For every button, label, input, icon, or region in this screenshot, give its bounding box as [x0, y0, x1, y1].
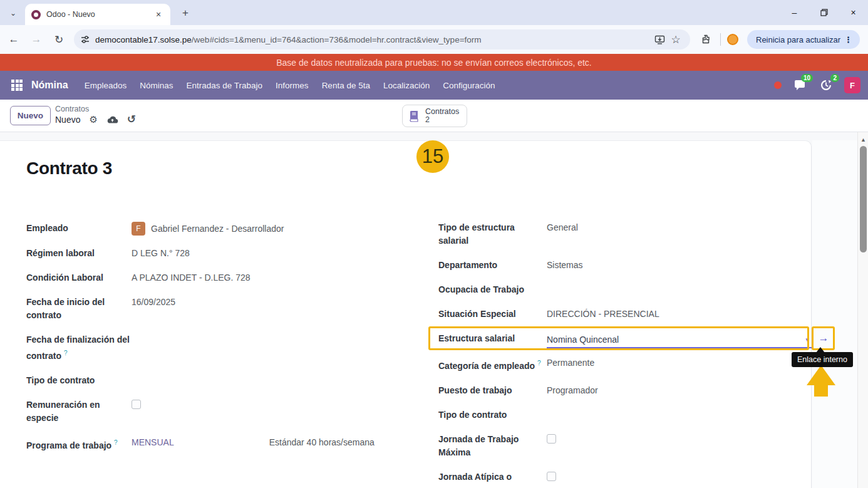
- field-value[interactable]: Permanente: [547, 356, 594, 370]
- gear-icon[interactable]: ⚙: [89, 115, 97, 124]
- forward-icon[interactable]: →: [28, 31, 45, 48]
- field-label: Categoría de empleado: [438, 361, 535, 371]
- breadcrumb: Contratos Nuevo ⚙ ↺: [55, 105, 136, 125]
- messages-button[interactable]: 10: [792, 77, 808, 93]
- field-fecha-finalizacion: Fecha de finalización del contrato ?: [26, 333, 415, 363]
- stat-button-label: Contratos: [425, 108, 459, 116]
- field-label: Tipo de contrato: [26, 374, 132, 387]
- user-avatar[interactable]: F: [844, 77, 860, 93]
- navbar-right: 10 2 F: [774, 77, 860, 93]
- contracts-stat-button[interactable]: Contratos 2: [402, 105, 467, 127]
- discard-icon[interactable]: ↺: [127, 114, 136, 125]
- form-view: Contrato 3 Empleado F Gabriel Fernandez …: [0, 132, 868, 488]
- field-label: Régimen laboral: [26, 247, 132, 260]
- banner-text: Base de datos neutralizada para pruebas:…: [276, 58, 592, 68]
- highlight-box-field: [428, 326, 809, 350]
- install-app-icon[interactable]: [651, 31, 668, 48]
- vertical-scrollbar[interactable]: ▲ ▼: [857, 132, 868, 488]
- field-fecha-inicio: Fecha de inicio del contrato 16/09/2025: [26, 296, 415, 322]
- nav-item-localizacion[interactable]: Localización: [383, 81, 430, 90]
- field-label: Jornada de Trabajo Máxima: [438, 433, 547, 459]
- browser-toolbar: ← → ↻ democontable17.solse.pe/web#cids=1…: [0, 25, 868, 54]
- nav-item-nominas[interactable]: Nóminas: [140, 81, 173, 90]
- field-puesto-trabajo: Puesto de trabajo Programador: [438, 384, 812, 397]
- nav-menu: Empleados Nóminas Entradas de Trabajo In…: [85, 81, 495, 90]
- messages-badge: 10: [801, 74, 813, 82]
- back-icon[interactable]: ←: [5, 31, 23, 48]
- internal-link-tooltip: Enlace interno: [792, 352, 853, 367]
- restart-to-update-button[interactable]: Reinicia para actualizar ⋮: [747, 30, 860, 49]
- field-value[interactable]: D LEG N.° 728: [132, 247, 190, 260]
- tab-close-icon[interactable]: ×: [153, 9, 164, 20]
- field-situacion-especial: Situación Especial DIRECCIÓN - PRESENCIA…: [438, 308, 812, 321]
- field-departamento: Departamento Sistemas: [438, 259, 812, 272]
- nav-item-renta-de-5ta[interactable]: Renta de 5ta: [322, 81, 370, 90]
- restart-label: Reinicia para actualizar: [756, 35, 840, 44]
- book-icon: [408, 110, 420, 122]
- field-value[interactable]: 16/09/2025: [132, 296, 175, 309]
- nav-item-informes[interactable]: Informes: [276, 81, 309, 90]
- url-path: /web#cids=1&menu_id=764&action=736&model…: [192, 35, 482, 44]
- schedule-value[interactable]: MENSUAL: [132, 436, 174, 449]
- internal-link-arrow-button[interactable]: →: [815, 330, 832, 346]
- cloud-save-icon[interactable]: [106, 115, 118, 124]
- jornada-maxima-checkbox[interactable]: [547, 434, 556, 444]
- browser-menu-icon[interactable]: ⋮: [840, 35, 856, 44]
- field-label: Tipo de estructura salarial: [438, 221, 547, 247]
- extensions-icon[interactable]: [698, 31, 714, 48]
- employee-name[interactable]: Gabriel Fernandez - Desarrollador: [151, 222, 284, 236]
- breadcrumb-parent[interactable]: Contratos: [55, 105, 136, 113]
- help-icon: ?: [537, 360, 541, 366]
- window-close-button[interactable]: ×: [839, 0, 868, 25]
- help-icon: ?: [114, 439, 118, 446]
- field-label: Remuneración en especie: [26, 398, 132, 425]
- field-value[interactable]: A PLAZO INDET - D.LEG. 728: [132, 271, 251, 284]
- field-value[interactable]: Sistemas: [547, 259, 583, 272]
- new-tab-button[interactable]: +: [178, 6, 193, 21]
- field-label: Jornada Atípica o: [438, 470, 547, 484]
- jornada-atipica-checkbox[interactable]: [547, 472, 556, 481]
- url-text[interactable]: democontable17.solse.pe/web#cids=1&menu_…: [95, 35, 651, 44]
- nav-item-configuracion[interactable]: Configuración: [443, 81, 495, 90]
- reload-icon[interactable]: ↻: [50, 31, 68, 48]
- field-label: Fecha de inicio del contrato: [26, 296, 132, 322]
- field-label: Fecha de finalización del contrato: [26, 335, 130, 361]
- extension-avatar-icon[interactable]: [727, 34, 738, 45]
- scrollbar-thumb[interactable]: [860, 146, 867, 252]
- new-record-button[interactable]: Nuevo: [10, 106, 51, 125]
- remuneracion-checkbox[interactable]: [132, 400, 141, 409]
- field-categoria-empleado: Categoría de empleado ? Permanente: [438, 356, 812, 373]
- field-condicion-laboral: Condición Laboral A PLAZO INDET - D.LEG.…: [26, 271, 415, 284]
- employee-avatar: F: [132, 222, 145, 236]
- field-jornada-atipica: Jornada Atípica o: [438, 470, 812, 484]
- browser-titlebar: ⌄ Odoo - Nuevo × + – ×: [0, 0, 868, 25]
- field-value[interactable]: Programador: [547, 384, 598, 397]
- control-panel: Nuevo Contratos Nuevo ⚙ ↺ Contratos 2: [0, 100, 868, 132]
- browser-tab[interactable]: Odoo - Nuevo ×: [25, 4, 170, 25]
- nav-item-entradas-de-trabajo[interactable]: Entradas de Trabajo: [187, 81, 263, 90]
- field-label: Empleado: [26, 222, 132, 235]
- field-value[interactable]: General: [547, 221, 578, 234]
- nav-item-empleados[interactable]: Empleados: [85, 81, 127, 90]
- odoo-navbar: Nómina Empleados Nóminas Entradas de Tra…: [0, 71, 868, 100]
- field-ocupacia: Ocupacia de Trabajo: [438, 283, 812, 296]
- toolbar-divider: [720, 33, 721, 46]
- field-jornada-maxima: Jornada de Trabajo Máxima: [438, 433, 812, 459]
- field-value[interactable]: DIRECCIÓN - PRESENCIAL: [547, 308, 659, 321]
- annotation-arrow-shaft: [814, 385, 828, 397]
- url-bar[interactable]: democontable17.solse.pe/web#cids=1&menu_…: [74, 29, 690, 49]
- window-restore-button[interactable]: [809, 0, 839, 25]
- window-minimize-button[interactable]: –: [780, 0, 809, 25]
- url-domain: democontable17.solse.pe: [95, 35, 192, 44]
- field-tipo-contrato-right: Tipo de contrato: [438, 408, 812, 422]
- bookmark-star-icon[interactable]: ☆: [668, 31, 684, 48]
- activity-clock-icon: [820, 79, 832, 91]
- apps-grid-icon[interactable]: [11, 80, 23, 91]
- activities-button[interactable]: 2: [818, 77, 834, 93]
- window-controls: – ×: [780, 0, 868, 25]
- site-info-icon[interactable]: [80, 34, 90, 44]
- tab-search-chevron-icon[interactable]: ⌄: [5, 5, 21, 21]
- scroll-up-icon[interactable]: ▲: [858, 137, 868, 143]
- app-name[interactable]: Nómina: [31, 80, 68, 91]
- odoo-favicon-icon: [31, 10, 41, 19]
